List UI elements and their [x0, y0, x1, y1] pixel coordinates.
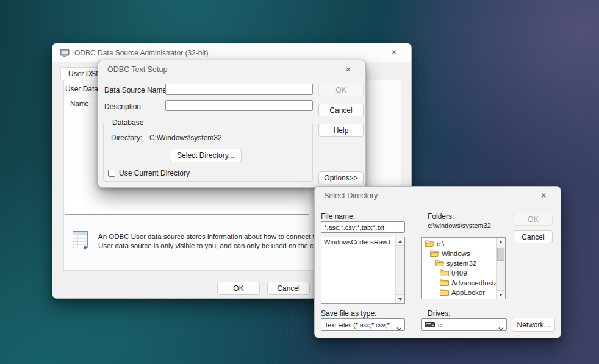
- close-icon[interactable]: ✕: [382, 43, 406, 62]
- file-name-input[interactable]: [321, 221, 405, 233]
- data-source-name-label: Data Source Name:: [104, 86, 168, 95]
- drive-icon: [425, 319, 435, 330]
- scroll-up-icon[interactable]: [396, 237, 404, 246]
- folder-name: 0409: [451, 269, 467, 277]
- database-group-label: Database: [110, 118, 146, 127]
- description-input[interactable]: [165, 100, 313, 111]
- folder-tree[interactable]: c:\ Windows system32 0409 AdvancedInstal…: [421, 237, 506, 299]
- close-icon[interactable]: ✕: [336, 60, 360, 79]
- cancel-button[interactable]: Cancel: [514, 230, 553, 243]
- folder-name: system32: [447, 260, 476, 267]
- scroll-up-icon[interactable]: [497, 238, 505, 246]
- folder-name: c:\: [437, 240, 444, 248]
- file-name-label: File name:: [321, 212, 355, 221]
- options-button[interactable]: Options>>: [318, 171, 364, 184]
- open-folder-icon: [425, 240, 434, 248]
- drive-value: c:: [438, 321, 443, 329]
- select-directory-dialog: Select Directory ✕ File name: WindowsCod…: [314, 186, 561, 338]
- odbc-text-setup-dialog: ODBC Text Setup ✕ Data Source Name: Desc…: [98, 60, 366, 188]
- closed-folder-icon: [440, 288, 449, 297]
- open-folder-icon: [430, 249, 439, 258]
- closed-folder-icon: [440, 269, 449, 277]
- info-line1: An ODBC User data source stores informat…: [98, 232, 334, 241]
- column-header-name[interactable]: Name: [65, 98, 93, 110]
- cancel-button[interactable]: Cancel: [267, 282, 310, 295]
- chevron-down-icon: [396, 323, 402, 332]
- folder-name: AppLocker: [451, 289, 485, 296]
- file-list-scrollbar[interactable]: [395, 237, 404, 303]
- folders-path: c:\windows\system32: [428, 222, 491, 229]
- description-label: Description:: [104, 102, 143, 111]
- folder-tree-item[interactable]: AppLocker: [422, 288, 505, 298]
- directory-value: C:\Windows\system32: [149, 134, 222, 142]
- use-current-directory-label: Use Current Directory: [119, 169, 190, 177]
- close-icon[interactable]: ✕: [531, 187, 556, 205]
- folder-tree-item[interactable]: system32: [422, 259, 505, 268]
- help-button[interactable]: Help: [318, 124, 364, 137]
- folder-tree-item[interactable]: AdvancedInstallers: [422, 278, 505, 288]
- drives-label: Drives:: [428, 309, 450, 318]
- select-directory-button[interactable]: Select Directory...: [170, 149, 242, 162]
- file-list-item[interactable]: WindowsCodecsRaw.t: [321, 237, 393, 246]
- file-type-value: Text Files (*.asc;*.csv;*.: [325, 321, 392, 329]
- text-setup-title: ODBC Text Setup: [107, 65, 167, 74]
- data-source-info-icon: [71, 229, 90, 252]
- use-current-directory-checkbox[interactable]: [108, 170, 115, 177]
- select-directory-titlebar[interactable]: Select Directory ✕: [315, 187, 561, 205]
- folder-tree-item[interactable]: 0409: [422, 268, 505, 278]
- open-folder-icon: [435, 259, 444, 268]
- ok-button[interactable]: OK: [514, 213, 553, 226]
- ok-button[interactable]: OK: [217, 282, 260, 295]
- scroll-down-icon[interactable]: [497, 290, 505, 299]
- folder-name: Windows: [442, 250, 470, 257]
- folder-tree-item[interactable]: c:\: [422, 239, 505, 249]
- scrollbar-thumb[interactable]: [497, 248, 504, 261]
- network-button[interactable]: Network...: [512, 318, 555, 332]
- file-list[interactable]: WindowsCodecsRaw.t: [321, 237, 405, 304]
- info-line2: User data source is only visible to you,…: [98, 241, 334, 251]
- folder-tree-scrollbar[interactable]: [496, 238, 505, 299]
- text-setup-titlebar[interactable]: ODBC Text Setup ✕: [98, 60, 365, 79]
- data-source-name-input[interactable]: [165, 84, 313, 95]
- folder-tree-item[interactable]: Windows: [422, 249, 505, 259]
- folders-label: Folders:: [428, 212, 454, 221]
- cancel-button[interactable]: Cancel: [318, 104, 364, 116]
- save-file-as-type-label: Save file as type:: [321, 309, 376, 318]
- admin-window-title: ODBC Data Source Administrator (32-bit): [74, 49, 208, 57]
- odbc-app-icon: [60, 48, 70, 60]
- file-type-dropdown[interactable]: Text Files (*.asc;*.csv;*.: [321, 318, 405, 331]
- directory-label: Directory:: [111, 134, 142, 142]
- select-directory-title: Select Directory: [324, 191, 378, 200]
- desktop-wallpaper: ODBC Data Source Administrator (32-bit) …: [0, 0, 599, 364]
- closed-folder-icon: [440, 279, 449, 287]
- ok-button[interactable]: OK: [318, 84, 364, 96]
- chevron-down-icon: [498, 323, 504, 332]
- drives-dropdown[interactable]: c:: [421, 318, 507, 331]
- info-text: An ODBC User data source stores informat…: [98, 232, 334, 251]
- scroll-down-icon[interactable]: [396, 294, 404, 303]
- database-group: Database Directory: C:\Windows\system32 …: [103, 123, 313, 182]
